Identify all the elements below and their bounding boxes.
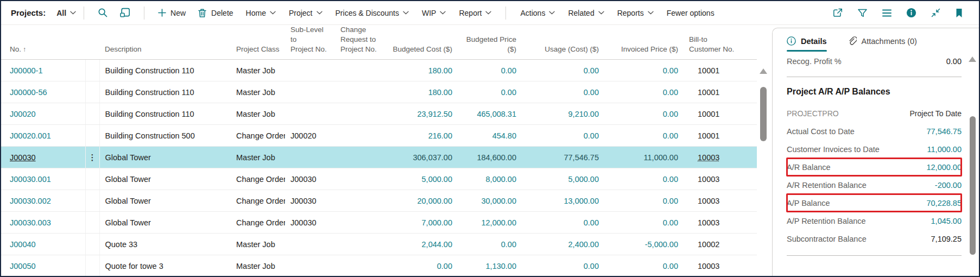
cell-invoiced_price[interactable]: 0.00 (604, 212, 684, 234)
cell-value-link[interactable]: 5,000.00 (568, 175, 599, 184)
cell-project_class[interactable]: Change Order (231, 125, 285, 147)
filter-button[interactable] (850, 8, 875, 18)
delete-button[interactable]: Delete (198, 8, 233, 18)
cell-bill_to[interactable]: 10003 (684, 190, 757, 212)
cell-budgeted_cost[interactable]: 180.00 (383, 81, 458, 103)
cell-description[interactable]: Building Construction 110 (99, 103, 231, 125)
cell-project_class[interactable]: Master Job (231, 103, 285, 125)
cell-project_class[interactable]: Master Job (231, 234, 285, 255)
cell-budgeted_cost[interactable]: 180.00 (383, 60, 458, 81)
cell-value-link[interactable]: 0.00 (663, 262, 678, 270)
cell-sub_level[interactable] (285, 103, 335, 125)
bill-to-customer-value[interactable]: 10001 (698, 131, 719, 140)
cell-value-link[interactable]: 0.00 (663, 88, 678, 97)
menu-project[interactable]: Project (289, 9, 323, 17)
cell-change_request[interactable] (335, 190, 383, 212)
bookmark-button[interactable] (948, 8, 970, 18)
cell-sub_level[interactable] (285, 147, 335, 168)
project-no-link[interactable]: J00000-56 (10, 88, 47, 97)
analyze-button[interactable] (114, 8, 136, 18)
cell-sub_level[interactable] (285, 255, 335, 277)
details-scrollbar-thumb[interactable] (970, 116, 976, 255)
cell-value-link[interactable]: 30,000.00 (481, 197, 516, 205)
cell-no[interactable]: J00040 (1, 234, 85, 255)
cell-usage_cost[interactable]: 13,000.00 (522, 190, 604, 212)
cell-change_request[interactable] (335, 60, 383, 81)
balance-value[interactable]: -200.00 (935, 181, 962, 190)
bill-to-customer-value[interactable]: 10003 (698, 262, 719, 270)
cell-value-link[interactable]: 0.00 (501, 66, 516, 75)
cell-budgeted_cost[interactable]: 216.00 (383, 125, 458, 147)
cell-change_request[interactable] (335, 81, 383, 103)
cell-project_class[interactable]: Change Order (231, 168, 285, 190)
cell-value-link[interactable]: 11,000.00 (644, 153, 678, 162)
show-list-button[interactable] (875, 9, 899, 17)
cell-value-link[interactable]: 465,008.31 (477, 110, 516, 118)
new-button[interactable]: New (158, 9, 186, 17)
row-context-menu-icon[interactable]: ⋮ (88, 153, 97, 162)
cell-row_menu[interactable] (85, 234, 99, 255)
cell-budgeted_price[interactable]: 1,130.00 (458, 255, 522, 277)
cell-value-link[interactable]: 13,000.00 (564, 197, 599, 205)
menu-reports[interactable]: Reports (617, 9, 654, 17)
cell-invoiced_price[interactable]: -5,000.00 (604, 234, 684, 255)
cell-row_menu[interactable] (85, 81, 99, 103)
cell-no[interactable]: J00030.001 (1, 168, 85, 190)
cell-invoiced_price[interactable]: 0.00 (604, 168, 684, 190)
scroll-up-arrow-icon[interactable] (969, 56, 976, 62)
project-no-link[interactable]: J00020 (10, 110, 36, 118)
tab-details[interactable]: Details (787, 36, 827, 52)
cell-value-link[interactable]: 0.00 (584, 88, 599, 97)
cell-value-link[interactable]: 0.00 (501, 240, 516, 249)
cell-no[interactable]: J00000-56 (1, 81, 85, 103)
cell-no[interactable]: J00030.003 (1, 212, 85, 234)
cell-invoiced_price[interactable]: 0.00 (604, 255, 684, 277)
cell-value-link[interactable]: 180.00 (428, 66, 452, 75)
view-filter-dropdown[interactable]: All (56, 9, 76, 17)
cell-value-link[interactable]: 0.00 (663, 110, 678, 118)
cell-change_request[interactable] (335, 234, 383, 255)
cell-project_class[interactable]: Master Job (231, 147, 285, 168)
cell-row_menu[interactable] (85, 60, 99, 81)
cell-change_request[interactable] (335, 147, 383, 168)
cell-value-link[interactable]: 2,400.00 (568, 240, 599, 249)
cell-bill_to[interactable]: 10001 (684, 125, 757, 147)
col-header-budgeted_cost[interactable]: Budgeted Cost ($) (383, 25, 458, 60)
cell-no[interactable]: J00030.002 (1, 190, 85, 212)
bill-to-customer-value[interactable]: 10002 (698, 240, 719, 249)
cell-sub_level[interactable] (285, 234, 335, 255)
project-no-link[interactable]: J00020.001 (10, 131, 51, 140)
cell-description[interactable]: Building Construction 110 (99, 60, 231, 81)
cell-value-link[interactable]: 0.00 (663, 218, 678, 227)
project-no-link[interactable]: J00000-1 (10, 66, 42, 75)
cell-usage_cost[interactable]: 9,210.00 (522, 103, 604, 125)
cell-no[interactable]: J00050 (1, 255, 85, 277)
cell-usage_cost[interactable]: 0.00 (522, 60, 604, 81)
cell-invoiced_price[interactable]: 0.00 (604, 60, 684, 81)
cell-budgeted_price[interactable]: 454.80 (458, 125, 522, 147)
cell-description[interactable]: Global Tower (99, 147, 231, 168)
cell-description[interactable]: Quote for towe 3 (99, 255, 231, 277)
col-header-budgeted_price[interactable]: Budgeted Price ($) (458, 25, 522, 60)
cell-description[interactable]: Quote 33 (99, 234, 231, 255)
cell-value-link[interactable]: 216.00 (428, 131, 452, 140)
cell-value-link[interactable]: 0.00 (663, 131, 678, 140)
cell-project_class[interactable]: Master Job (231, 81, 285, 103)
tab-attachments[interactable]: Attachments (0) (848, 36, 917, 52)
cell-budgeted_cost[interactable]: 5,000.00 (383, 168, 458, 190)
cell-no[interactable]: J00020 (1, 103, 85, 125)
cell-value-link[interactable]: 1,130.00 (486, 262, 516, 270)
search-button[interactable] (92, 8, 114, 18)
table-scrollbar-thumb[interactable] (760, 87, 767, 141)
menu-report[interactable]: Report (459, 9, 491, 17)
cell-budgeted_cost[interactable]: 7,000.00 (383, 212, 458, 234)
cell-budgeted_price[interactable]: 8,000.00 (458, 168, 522, 190)
cell-budgeted_price[interactable]: 0.00 (458, 234, 522, 255)
cell-value-link[interactable]: 0.00 (584, 262, 599, 270)
cell-budgeted_price[interactable]: 184,600.00 (458, 147, 522, 168)
cell-no[interactable]: J00000-1 (1, 60, 85, 81)
cell-description[interactable]: Global Tower (99, 168, 231, 190)
project-no-link[interactable]: J00030.003 (10, 218, 51, 227)
cell-sub_level[interactable]: J00030 (285, 212, 335, 234)
cell-value-link[interactable]: 0.00 (584, 66, 599, 75)
